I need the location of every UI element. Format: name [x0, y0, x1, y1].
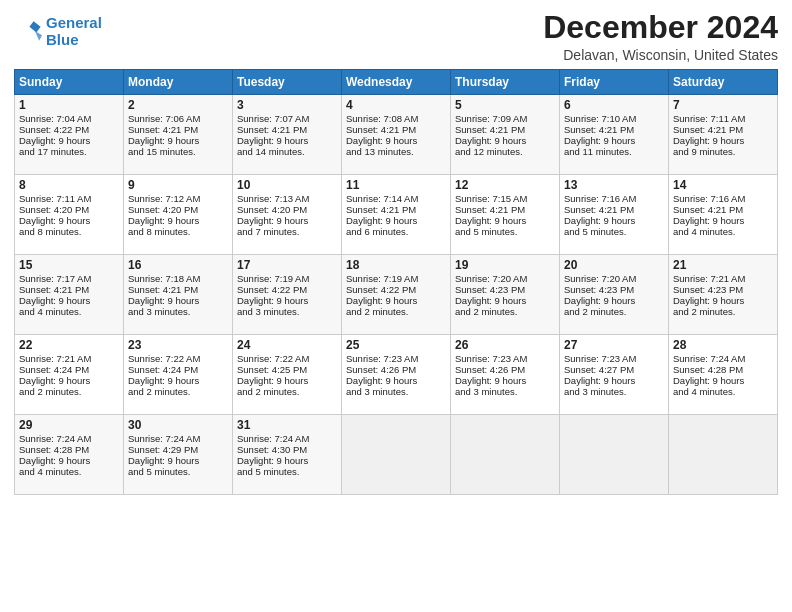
day-info: Sunrise: 7:24 AM: [673, 353, 773, 364]
day-info: Sunset: 4:21 PM: [346, 124, 446, 135]
day-info: and 3 minutes.: [128, 306, 228, 317]
day-info: Sunset: 4:28 PM: [19, 444, 119, 455]
day-info: Sunset: 4:23 PM: [455, 284, 555, 295]
day-info: Sunset: 4:21 PM: [673, 204, 773, 215]
calendar-cell: 20Sunrise: 7:20 AMSunset: 4:23 PMDayligh…: [560, 255, 669, 335]
day-info: and 5 minutes.: [237, 466, 337, 477]
page-subtitle: Delavan, Wisconsin, United States: [543, 47, 778, 63]
day-number: 12: [455, 178, 555, 192]
calendar-cell: 4Sunrise: 7:08 AMSunset: 4:21 PMDaylight…: [342, 95, 451, 175]
day-info: Daylight: 9 hours: [128, 455, 228, 466]
calendar-cell: [342, 415, 451, 495]
page-title: December 2024: [543, 10, 778, 45]
header-friday: Friday: [560, 70, 669, 95]
day-info: and 5 minutes.: [128, 466, 228, 477]
day-info: Daylight: 9 hours: [564, 295, 664, 306]
header-row: SundayMondayTuesdayWednesdayThursdayFrid…: [15, 70, 778, 95]
day-info: Sunset: 4:20 PM: [19, 204, 119, 215]
day-info: Sunrise: 7:20 AM: [455, 273, 555, 284]
calendar-cell: 24Sunrise: 7:22 AMSunset: 4:25 PMDayligh…: [233, 335, 342, 415]
calendar-cell: 29Sunrise: 7:24 AMSunset: 4:28 PMDayligh…: [15, 415, 124, 495]
day-info: Daylight: 9 hours: [673, 295, 773, 306]
day-info: and 2 minutes.: [564, 306, 664, 317]
day-info: Daylight: 9 hours: [237, 295, 337, 306]
calendar-cell: [451, 415, 560, 495]
header-thursday: Thursday: [451, 70, 560, 95]
day-info: Daylight: 9 hours: [19, 295, 119, 306]
header-monday: Monday: [124, 70, 233, 95]
day-info: Sunset: 4:21 PM: [128, 284, 228, 295]
day-number: 22: [19, 338, 119, 352]
calendar-cell: 18Sunrise: 7:19 AMSunset: 4:22 PMDayligh…: [342, 255, 451, 335]
day-info: Sunrise: 7:13 AM: [237, 193, 337, 204]
week-row-2: 8Sunrise: 7:11 AMSunset: 4:20 PMDaylight…: [15, 175, 778, 255]
day-number: 30: [128, 418, 228, 432]
day-info: Sunrise: 7:24 AM: [237, 433, 337, 444]
day-info: Sunset: 4:21 PM: [237, 124, 337, 135]
calendar-cell: 7Sunrise: 7:11 AMSunset: 4:21 PMDaylight…: [669, 95, 778, 175]
day-info: Daylight: 9 hours: [128, 215, 228, 226]
calendar-cell: [669, 415, 778, 495]
day-info: Sunrise: 7:18 AM: [128, 273, 228, 284]
day-info: Sunrise: 7:23 AM: [564, 353, 664, 364]
day-number: 28: [673, 338, 773, 352]
day-info: Daylight: 9 hours: [455, 295, 555, 306]
day-number: 17: [237, 258, 337, 272]
day-info: and 2 minutes.: [455, 306, 555, 317]
calendar-cell: 21Sunrise: 7:21 AMSunset: 4:23 PMDayligh…: [669, 255, 778, 335]
day-number: 10: [237, 178, 337, 192]
day-info: Sunrise: 7:19 AM: [237, 273, 337, 284]
day-info: and 4 minutes.: [673, 226, 773, 237]
day-info: Daylight: 9 hours: [673, 135, 773, 146]
day-info: and 3 minutes.: [237, 306, 337, 317]
day-number: 1: [19, 98, 119, 112]
calendar-cell: 19Sunrise: 7:20 AMSunset: 4:23 PMDayligh…: [451, 255, 560, 335]
day-info: Sunset: 4:21 PM: [564, 204, 664, 215]
day-info: Sunrise: 7:04 AM: [19, 113, 119, 124]
logo-blue: Blue: [46, 31, 102, 48]
day-number: 4: [346, 98, 446, 112]
calendar-cell: 9Sunrise: 7:12 AMSunset: 4:20 PMDaylight…: [124, 175, 233, 255]
calendar-cell: 31Sunrise: 7:24 AMSunset: 4:30 PMDayligh…: [233, 415, 342, 495]
calendar-cell: 8Sunrise: 7:11 AMSunset: 4:20 PMDaylight…: [15, 175, 124, 255]
day-info: Sunrise: 7:06 AM: [128, 113, 228, 124]
day-info: Daylight: 9 hours: [673, 215, 773, 226]
day-number: 8: [19, 178, 119, 192]
day-info: Sunset: 4:27 PM: [564, 364, 664, 375]
calendar-cell: 28Sunrise: 7:24 AMSunset: 4:28 PMDayligh…: [669, 335, 778, 415]
day-info: Sunset: 4:21 PM: [128, 124, 228, 135]
day-info: and 13 minutes.: [346, 146, 446, 157]
week-row-4: 22Sunrise: 7:21 AMSunset: 4:24 PMDayligh…: [15, 335, 778, 415]
day-info: Sunrise: 7:16 AM: [673, 193, 773, 204]
day-info: Sunrise: 7:20 AM: [564, 273, 664, 284]
calendar-cell: 11Sunrise: 7:14 AMSunset: 4:21 PMDayligh…: [342, 175, 451, 255]
day-info: and 3 minutes.: [564, 386, 664, 397]
day-info: Sunrise: 7:08 AM: [346, 113, 446, 124]
day-info: Daylight: 9 hours: [128, 375, 228, 386]
calendar-cell: 15Sunrise: 7:17 AMSunset: 4:21 PMDayligh…: [15, 255, 124, 335]
day-number: 18: [346, 258, 446, 272]
header-tuesday: Tuesday: [233, 70, 342, 95]
day-info: Daylight: 9 hours: [346, 375, 446, 386]
day-info: Sunset: 4:21 PM: [455, 124, 555, 135]
day-number: 15: [19, 258, 119, 272]
title-block: December 2024 Delavan, Wisconsin, United…: [543, 10, 778, 63]
day-info: Sunset: 4:22 PM: [237, 284, 337, 295]
day-info: Daylight: 9 hours: [19, 455, 119, 466]
calendar-cell: 13Sunrise: 7:16 AMSunset: 4:21 PMDayligh…: [560, 175, 669, 255]
day-info: Sunset: 4:22 PM: [346, 284, 446, 295]
calendar-cell: 2Sunrise: 7:06 AMSunset: 4:21 PMDaylight…: [124, 95, 233, 175]
day-info: Sunrise: 7:11 AM: [19, 193, 119, 204]
day-info: Daylight: 9 hours: [237, 215, 337, 226]
day-info: and 4 minutes.: [19, 306, 119, 317]
calendar-cell: 26Sunrise: 7:23 AMSunset: 4:26 PMDayligh…: [451, 335, 560, 415]
header-sunday: Sunday: [15, 70, 124, 95]
week-row-5: 29Sunrise: 7:24 AMSunset: 4:28 PMDayligh…: [15, 415, 778, 495]
day-number: 5: [455, 98, 555, 112]
day-info: Daylight: 9 hours: [128, 295, 228, 306]
day-number: 27: [564, 338, 664, 352]
day-info: Sunset: 4:30 PM: [237, 444, 337, 455]
svg-rect-0: [14, 17, 42, 45]
day-info: Sunrise: 7:16 AM: [564, 193, 664, 204]
calendar-cell: [560, 415, 669, 495]
